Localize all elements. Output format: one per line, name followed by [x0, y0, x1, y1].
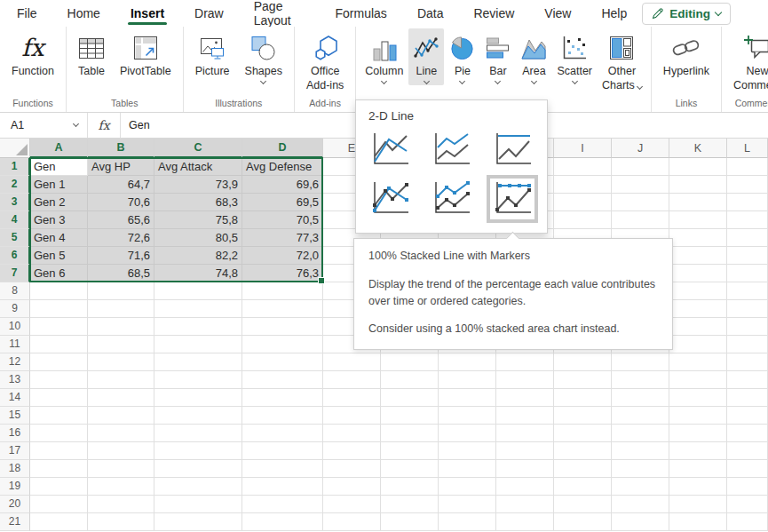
row-header-17[interactable]: 17 — [0, 442, 30, 460]
cell-B13[interactable] — [88, 371, 154, 389]
cell-D6[interactable]: 72,0 — [242, 247, 323, 265]
cell-A19[interactable] — [30, 478, 88, 496]
cell-B4[interactable]: 65,6 — [88, 211, 154, 229]
cell-C4[interactable]: 75,8 — [154, 211, 242, 229]
menu-item-file[interactable]: File — [2, 0, 52, 27]
cell-G20[interactable] — [439, 496, 496, 513]
cell-E19[interactable] — [323, 478, 381, 496]
cell-K2[interactable] — [669, 176, 727, 194]
cell-D8[interactable] — [242, 282, 323, 300]
cell-A5[interactable]: Gen 4 — [30, 229, 88, 247]
row-header-19[interactable]: 19 — [0, 478, 30, 496]
function-button[interactable]: fx Function — [4, 28, 61, 81]
cell-L4[interactable] — [727, 211, 768, 229]
cell-E16[interactable] — [323, 425, 381, 442]
column-header-J[interactable]: J — [612, 139, 669, 158]
cell-D13[interactable] — [242, 371, 323, 389]
cell-B15[interactable] — [88, 407, 154, 425]
cell-D12[interactable] — [242, 353, 323, 371]
cell-F19[interactable] — [381, 478, 439, 496]
column-chart-button[interactable]: Column — [360, 28, 408, 85]
cell-K1[interactable] — [669, 158, 727, 176]
cell-D16[interactable] — [242, 425, 323, 442]
cell-C2[interactable]: 73,9 — [154, 176, 242, 194]
cell-C15[interactable] — [154, 407, 242, 425]
cell-J18[interactable] — [612, 460, 669, 478]
cell-C6[interactable]: 82,2 — [154, 247, 242, 265]
menu-item-formulas[interactable]: Formulas — [321, 0, 402, 27]
cell-C21[interactable] — [154, 513, 242, 531]
cell-C20[interactable] — [154, 496, 242, 513]
cell-C18[interactable] — [154, 460, 242, 478]
cell-L17[interactable] — [727, 442, 768, 460]
cell-G19[interactable] — [439, 478, 496, 496]
cell-A9[interactable] — [30, 300, 88, 318]
cell-C10[interactable] — [154, 318, 242, 336]
cell-K4[interactable] — [669, 211, 727, 229]
cell-A12[interactable] — [30, 353, 88, 371]
cell-D15[interactable] — [242, 407, 323, 425]
cell-K19[interactable] — [669, 478, 727, 496]
cell-F12[interactable] — [381, 353, 439, 371]
cell-C5[interactable]: 80,5 — [154, 229, 242, 247]
line-chart-button[interactable]: Line — [408, 28, 444, 85]
cell-C14[interactable] — [154, 389, 242, 407]
cell-K16[interactable] — [669, 425, 727, 442]
cell-E14[interactable] — [323, 389, 381, 407]
cell-G17[interactable] — [439, 442, 496, 460]
cell-E18[interactable] — [323, 460, 381, 478]
fx-icon[interactable]: fx — [88, 118, 120, 132]
cell-B3[interactable]: 70,6 — [88, 194, 154, 211]
cell-F18[interactable] — [381, 460, 439, 478]
cell-I17[interactable] — [554, 442, 612, 460]
cell-A10[interactable] — [30, 318, 88, 336]
menu-item-data[interactable]: Data — [402, 0, 459, 27]
row-header-3[interactable]: 3 — [0, 194, 30, 211]
cell-A13[interactable] — [30, 371, 88, 389]
cell-D17[interactable] — [242, 442, 323, 460]
column-header-I[interactable]: I — [554, 139, 612, 158]
cell-C7[interactable]: 74,8 — [154, 265, 242, 282]
cell-B20[interactable] — [88, 496, 154, 513]
100-stacked-line-with-markers-thumbnail-icon[interactable] — [491, 179, 534, 218]
cell-D11[interactable] — [242, 336, 323, 353]
cell-H16[interactable] — [496, 425, 554, 442]
cell-F21[interactable] — [381, 513, 439, 531]
row-header-9[interactable]: 9 — [0, 300, 30, 318]
cell-L11[interactable] — [727, 336, 768, 353]
cell-D18[interactable] — [242, 460, 323, 478]
cell-K5[interactable] — [669, 229, 727, 247]
cell-E13[interactable] — [323, 371, 381, 389]
cell-L14[interactable] — [727, 389, 768, 407]
cell-H20[interactable] — [496, 496, 554, 513]
cell-E21[interactable] — [323, 513, 381, 531]
cell-B18[interactable] — [88, 460, 154, 478]
cell-D7[interactable]: 76,3 — [242, 265, 323, 282]
cell-D21[interactable] — [242, 513, 323, 531]
cell-K13[interactable] — [669, 371, 727, 389]
cell-D14[interactable] — [242, 389, 323, 407]
row-header-16[interactable]: 16 — [0, 425, 30, 442]
picture-button[interactable]: Picture — [188, 28, 237, 81]
bar-chart-button[interactable]: Bar — [480, 28, 515, 85]
cell-F17[interactable] — [381, 442, 439, 460]
cell-A3[interactable]: Gen 2 — [30, 194, 88, 211]
cell-G15[interactable] — [439, 407, 496, 425]
cell-B1[interactable]: Avg HP — [88, 158, 154, 176]
cell-L15[interactable] — [727, 407, 768, 425]
row-header-10[interactable]: 10 — [0, 318, 30, 336]
cell-A2[interactable]: Gen 1 — [30, 176, 88, 194]
cell-H13[interactable] — [496, 371, 554, 389]
cell-L6[interactable] — [727, 247, 768, 265]
cell-I20[interactable] — [554, 496, 612, 513]
cell-J3[interactable] — [612, 194, 669, 211]
menu-item-insert[interactable]: Insert — [115, 0, 179, 27]
cell-I14[interactable] — [554, 389, 612, 407]
cell-A1[interactable]: Gen — [30, 158, 88, 176]
row-header-1[interactable]: 1 — [0, 158, 30, 176]
cell-B6[interactable]: 71,6 — [88, 247, 154, 265]
cell-C17[interactable] — [154, 442, 242, 460]
cell-C9[interactable] — [154, 300, 242, 318]
office-addins-button[interactable]: OfficeAdd-ins — [299, 28, 351, 94]
cell-I12[interactable] — [554, 353, 612, 371]
